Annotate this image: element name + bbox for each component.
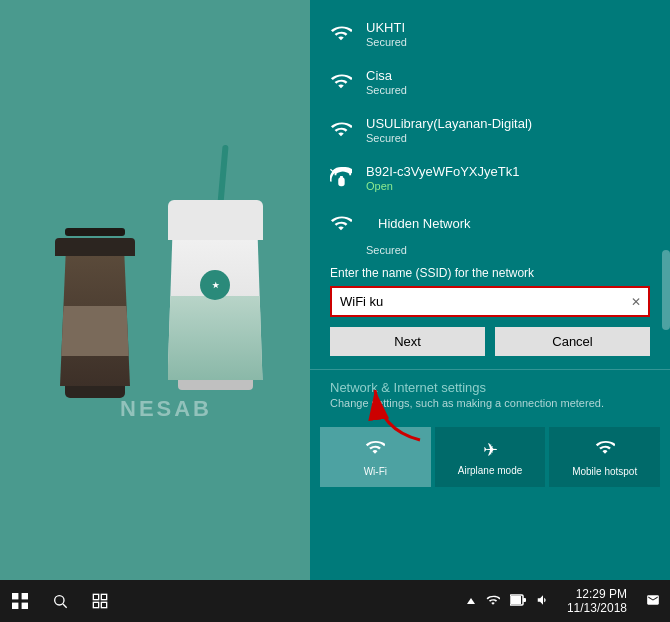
network-item-usu[interactable]: USULibrary(Layanan-Digital) Secured xyxy=(310,106,670,154)
svg-rect-14 xyxy=(523,598,526,602)
airplane-tile-icon: ✈ xyxy=(483,439,498,461)
network-settings-desc: Change settings, such as making a connec… xyxy=(330,397,650,409)
taskbar-left xyxy=(0,580,120,622)
taskbar: 12:29 PM 11/13/2018 xyxy=(0,580,670,622)
quick-actions: Wi-Fi ✈ Airplane mode Mobile hotspot xyxy=(310,419,670,495)
tray-volume-icon[interactable] xyxy=(533,593,553,610)
clock-date: 11/13/2018 xyxy=(567,601,627,615)
wifi-signal-icon-usu xyxy=(330,118,354,142)
svg-rect-8 xyxy=(101,594,106,599)
network-name-ukhti: UKHTI xyxy=(366,20,650,35)
network-name-b92i: B92I-c3VyeWFoYXJyeTk1 xyxy=(366,164,650,179)
svg-rect-10 xyxy=(101,602,106,607)
hidden-network-status: Secured xyxy=(366,244,650,256)
background-illustration: ★ xyxy=(0,0,320,580)
svg-rect-9 xyxy=(93,602,98,607)
svg-rect-4 xyxy=(22,603,28,609)
network-item-cisa[interactable]: Cisa Secured xyxy=(310,58,670,106)
hidden-network-header[interactable]: Hidden Network xyxy=(330,202,650,244)
desktop: ★ NESAB UKHTI Secured xyxy=(0,0,670,622)
clock-time: 12:29 PM xyxy=(576,587,627,601)
notification-button[interactable] xyxy=(641,593,665,610)
tray-expand-button[interactable] xyxy=(463,594,479,609)
tray-network-icon[interactable] xyxy=(483,593,503,610)
quick-tile-hotspot[interactable]: Mobile hotspot xyxy=(549,427,660,487)
tray-battery-icon[interactable] xyxy=(507,593,529,610)
network-item-b92i[interactable]: B92I-c3VyeWFoYXJyeTk1 Open xyxy=(310,154,670,202)
network-name-cisa: Cisa xyxy=(366,68,650,83)
wifi-signal-icon-cisa xyxy=(330,70,354,94)
wifi-lock-icon-b92i xyxy=(330,166,354,190)
quick-tile-wifi[interactable]: Wi-Fi xyxy=(320,427,431,487)
clock[interactable]: 12:29 PM 11/13/2018 xyxy=(559,587,635,615)
network-list: UKHTI Secured Cisa Secured xyxy=(310,0,670,505)
network-settings-link[interactable]: Network & Internet settings xyxy=(330,380,650,395)
network-status-b92i: Open xyxy=(366,180,650,192)
network-item-ukhti[interactable]: UKHTI Secured xyxy=(310,10,670,58)
hotspot-tile-icon xyxy=(595,437,615,462)
search-button[interactable] xyxy=(40,580,80,622)
taskbar-right: 12:29 PM 11/13/2018 xyxy=(463,580,670,622)
network-info-cisa: Cisa Secured xyxy=(366,68,650,96)
ssid-input[interactable] xyxy=(332,288,624,315)
cup1 xyxy=(50,230,140,390)
watermark: NESAB xyxy=(120,396,212,422)
svg-rect-13 xyxy=(511,596,521,604)
hotspot-tile-label: Mobile hotspot xyxy=(572,466,637,477)
network-status-ukhti: Secured xyxy=(366,36,650,48)
svg-point-5 xyxy=(55,596,64,605)
network-info-ukhti: UKHTI Secured xyxy=(366,20,650,48)
ssid-input-wrapper: ✕ xyxy=(330,286,650,317)
ssid-label: Enter the name (SSID) for the network xyxy=(330,266,650,280)
network-status-usu: Secured xyxy=(366,132,650,144)
svg-rect-2 xyxy=(22,593,28,599)
svg-rect-1 xyxy=(12,593,18,599)
network-status-cisa: Secured xyxy=(366,84,650,96)
hidden-network-section: Hidden Network Secured Enter the name (S… xyxy=(310,202,670,364)
svg-line-6 xyxy=(63,604,67,608)
task-view-button[interactable] xyxy=(80,580,120,622)
network-name-usu: USULibrary(Layanan-Digital) xyxy=(366,116,650,131)
airplane-tile-label: Airplane mode xyxy=(458,465,522,476)
wifi-tile-icon xyxy=(365,437,385,462)
cup2: ★ xyxy=(160,200,270,400)
wifi-tile-label: Wi-Fi xyxy=(364,466,387,477)
network-panel: UKHTI Secured Cisa Secured xyxy=(310,0,670,580)
network-settings-section: Network & Internet settings Change setti… xyxy=(310,369,670,419)
cancel-button[interactable]: Cancel xyxy=(495,327,650,356)
svg-marker-11 xyxy=(467,598,475,604)
system-tray xyxy=(463,593,553,610)
wifi-signal-icon xyxy=(330,22,354,46)
hidden-network-name: Hidden Network xyxy=(378,216,471,231)
svg-rect-7 xyxy=(93,594,98,599)
scroll-indicator xyxy=(662,250,670,330)
quick-tile-airplane[interactable]: ✈ Airplane mode xyxy=(435,427,546,487)
svg-rect-3 xyxy=(12,603,18,609)
network-info-b92i: B92I-c3VyeWFoYXJyeTk1 Open xyxy=(366,164,650,192)
ssid-clear-button[interactable]: ✕ xyxy=(624,290,648,314)
ssid-buttons: Next Cancel xyxy=(330,327,650,356)
start-button[interactable] xyxy=(0,580,40,622)
wifi-signal-icon-hidden xyxy=(330,212,354,236)
next-button[interactable]: Next xyxy=(330,327,485,356)
network-info-usu: USULibrary(Layanan-Digital) Secured xyxy=(366,116,650,144)
